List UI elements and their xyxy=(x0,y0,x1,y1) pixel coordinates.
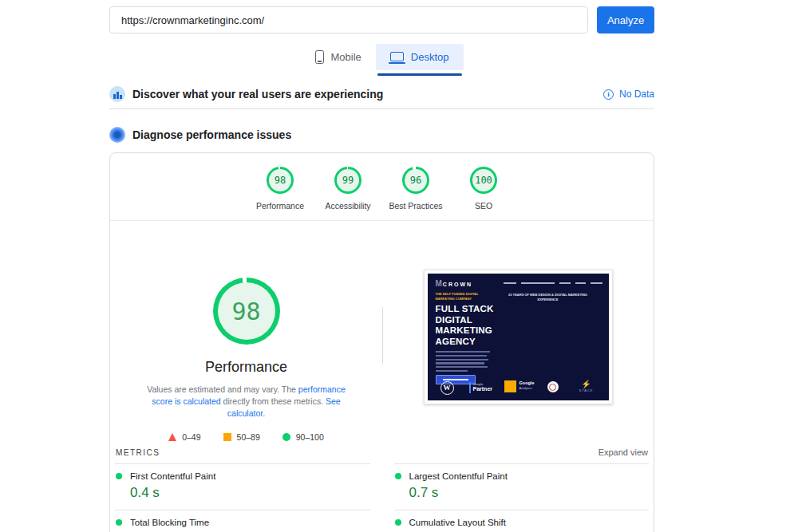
pass-dot-icon xyxy=(395,473,401,479)
wordpress-icon: W xyxy=(440,381,454,395)
score-ring: 100 xyxy=(470,167,497,194)
site-logo: MCROWN xyxy=(436,279,473,288)
legend-triangle: 0–49 xyxy=(168,432,200,442)
score-accessibility[interactable]: 99Accessibility xyxy=(314,167,382,220)
page-screenshot-thumbnail[interactable]: MCROWN THE SELF FUNDED DIGITAL MARKETING… xyxy=(424,270,613,404)
pagespeed-report: Analyze Mobile Desktop Discover what you… xyxy=(109,0,654,532)
pass-dot-icon xyxy=(116,519,122,526)
real-users-histogram-icon xyxy=(109,86,125,102)
metric-first-contentful-paint: First Contentful Paint0.4 s xyxy=(115,463,370,510)
site-headline: FULL STACKDIGITALMARKETINGAGENCY xyxy=(436,304,494,347)
metrics-title: METRICS xyxy=(116,448,160,457)
metric-total-blocking-time: Total Blocking Time80 ms xyxy=(115,510,370,532)
site-nav-links xyxy=(504,282,602,284)
stack-logo: ⚡ STACK xyxy=(579,380,594,392)
no-data-status[interactable]: i No Data xyxy=(603,89,654,100)
metrics-grid: First Contentful Paint0.4 sLargest Conte… xyxy=(115,463,649,532)
score-ring: 99 xyxy=(334,167,361,194)
vertical-divider xyxy=(382,307,383,365)
legend-circle: 90–100 xyxy=(282,432,324,442)
score-seo[interactable]: 100SEO xyxy=(450,167,518,220)
tab-desktop-label: Desktop xyxy=(411,51,449,63)
metric-cumulative-layout-shift: Cumulative Layout Shift0.023 xyxy=(394,510,650,532)
info-icon: i xyxy=(603,89,614,100)
metric-label: First Contentful Paint xyxy=(130,471,215,481)
award-badge-icon xyxy=(547,381,559,392)
performance-summary: 98 Performance Values are estimated and … xyxy=(110,221,654,436)
tab-desktop[interactable]: Desktop xyxy=(376,44,464,70)
metric-label: Largest Contentful Paint xyxy=(409,471,508,481)
score-value: 100 xyxy=(470,167,497,194)
lab-section-title: Diagnose performance issues xyxy=(132,128,291,141)
desktop-laptop-icon xyxy=(390,52,404,61)
bolt-icon: ⚡ xyxy=(579,380,594,388)
site-subtitle: 25 YEARS OF WEB DESIGN & DIGITAL MARKETI… xyxy=(501,293,595,302)
score-ring: 96 xyxy=(402,167,429,194)
performance-gauge-value: 98 xyxy=(213,278,280,345)
site-preview: MCROWN THE SELF FUNDED DIGITAL MARKETING… xyxy=(428,274,609,400)
square-icon xyxy=(223,433,231,441)
score-value: 99 xyxy=(334,167,361,194)
analyze-button[interactable]: Analyze xyxy=(597,6,654,33)
score-label: Accessibility xyxy=(325,201,370,211)
lighthouse-icon xyxy=(109,127,125,143)
expand-view-button[interactable]: Expand view xyxy=(598,447,648,457)
site-paragraph xyxy=(436,351,490,374)
metric-value: 0.4 s xyxy=(130,485,370,501)
score-ring: 98 xyxy=(267,167,294,194)
metrics-header: METRICS Expand view xyxy=(115,447,649,463)
metric-label: Total Blocking Time xyxy=(130,518,209,527)
url-toolbar: Analyze xyxy=(109,6,654,33)
lab-data-section-header: Diagnose performance issues xyxy=(109,123,654,147)
metric-largest-contentful-paint: Largest Contentful Paint0.7 s xyxy=(394,463,650,510)
url-input[interactable] xyxy=(109,6,588,33)
site-partner-logos: W Google Partner xyxy=(428,378,609,400)
screenshot-pane: MCROWN THE SELF FUNDED DIGITAL MARKETING… xyxy=(382,221,654,436)
tab-mobile[interactable]: Mobile xyxy=(301,44,376,70)
tab-mobile-label: Mobile xyxy=(331,51,361,63)
field-section-title: Discover what your real users are experi… xyxy=(132,88,383,100)
metric-label: Cumulative Layout Shift xyxy=(409,518,506,527)
metric-value: 0.7 s xyxy=(409,485,650,501)
performance-gauge[interactable]: 98 xyxy=(213,278,280,345)
metrics-section: METRICS Expand view First Contentful Pai… xyxy=(110,447,654,532)
score-value: 98 xyxy=(267,167,294,194)
pass-dot-icon xyxy=(395,519,401,526)
legend-range: 50–89 xyxy=(237,432,260,442)
legend-square: 50–89 xyxy=(223,432,260,442)
legend-range: 90–100 xyxy=(296,432,324,442)
score-label: Best Practices xyxy=(389,201,442,211)
analytics-chart-icon xyxy=(504,380,516,392)
score-label: SEO xyxy=(475,201,492,211)
field-data-section-header: Discover what your real users are experi… xyxy=(109,80,654,109)
circle-icon xyxy=(282,433,290,441)
google-analytics-logo: Google Analytics xyxy=(504,380,535,392)
score-disclaimer: Values are estimated and may vary. The p… xyxy=(136,384,357,420)
score-legend: 0–4950–8990–100 xyxy=(110,432,382,442)
score-label: Performance xyxy=(256,201,304,211)
score-value: 96 xyxy=(402,167,429,194)
google-partner-logo: Google Partner xyxy=(469,382,493,393)
triangle-icon xyxy=(168,433,176,441)
device-tabs: Mobile Desktop xyxy=(109,44,654,76)
mobile-phone-icon xyxy=(315,50,324,64)
score-performance[interactable]: 98Performance xyxy=(247,167,314,220)
performance-gauge-label: Performance xyxy=(110,359,382,376)
legend-range: 0–49 xyxy=(182,432,200,442)
report-card: 98Performance99Accessibility96Best Pract… xyxy=(109,152,654,532)
no-data-label: No Data xyxy=(619,89,654,100)
score-gauge-pane: 98 Performance Values are estimated and … xyxy=(110,221,382,436)
site-tagline: THE SELF FUNDED DIGITAL MARKETING COMPAN… xyxy=(436,292,485,301)
score-best-practices[interactable]: 96Best Practices xyxy=(382,167,450,220)
disclaimer-text: Values are estimated and may vary. The xyxy=(147,384,298,394)
category-scores: 98Performance99Accessibility96Best Pract… xyxy=(110,153,654,221)
disclaimer-text-2: directly from these metrics. xyxy=(221,396,326,406)
pass-dot-icon xyxy=(116,473,122,479)
